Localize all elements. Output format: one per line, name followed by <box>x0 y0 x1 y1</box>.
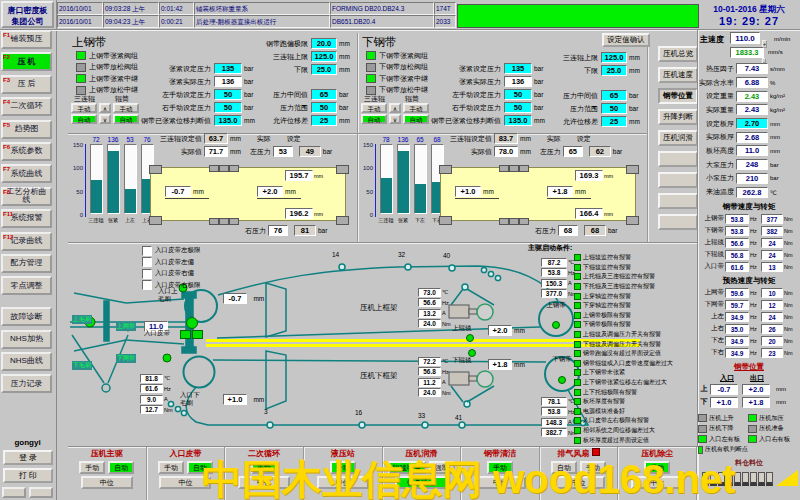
metric-row: 板坯高度 11.0 mm <box>698 144 800 158</box>
scroll-left-button[interactable] <box>2 487 26 498</box>
bar-value: 53 <box>126 135 133 144</box>
neutral-button[interactable]: 中位 <box>553 476 605 489</box>
mode-button[interactable]: 手动 <box>580 461 606 474</box>
sidebar-nav-button[interactable]: F8 工艺分析曲线 <box>1 187 52 206</box>
limit-value-field[interactable]: 65 <box>601 90 627 101</box>
neutral-button[interactable]: 中位 <box>238 476 290 489</box>
mode-button[interactable]: 手动 <box>79 461 105 474</box>
raise-arrow-button[interactable] <box>389 103 401 113</box>
lower-arrow-button[interactable] <box>389 114 401 124</box>
limit-checkbox[interactable] <box>142 269 152 279</box>
limit-checkbox[interactable] <box>142 257 152 267</box>
condition-label: 电源模块准备好 <box>583 407 625 416</box>
limit-value-field[interactable]: 125.0 <box>311 51 337 62</box>
sidebar-nav-button[interactable]: F1 铺装预压 <box>1 30 52 49</box>
limit-value-field[interactable]: 65 <box>311 89 337 100</box>
sidebar-nav-button[interactable]: F7 系统曲线 <box>1 164 52 183</box>
neutral-button[interactable]: 中位 <box>81 476 133 489</box>
limit-value-field[interactable]: 50 <box>311 102 337 113</box>
lower-arrow-button[interactable] <box>99 114 111 124</box>
motor-value: 24.0 <box>418 319 441 328</box>
confirm-setpoints-button[interactable]: 设定值确认 <box>602 33 650 47</box>
roller-setpoint-field[interactable]: 63.7 <box>204 133 228 144</box>
neutral-button[interactable]: 中位 <box>159 476 211 489</box>
manual-mode-button[interactable]: 手动 <box>361 103 387 113</box>
sidebar-nav-label: 系统报警 <box>11 214 43 223</box>
view-button[interactable]: 压机速度 <box>658 67 698 83</box>
left-pressure-set[interactable]: 49 <box>299 146 321 157</box>
condition-label: 上钢带极限有报警 <box>583 311 631 320</box>
neutral-button[interactable]: 链条喷油 <box>395 476 447 489</box>
view-button[interactable]: 钢带位置 <box>658 88 698 104</box>
sidebar-nav-button[interactable]: NHS曲线 <box>1 352 52 371</box>
right-pressure-set[interactable]: 68 <box>584 225 606 236</box>
sidebar-nav-button[interactable]: F5 趋势图 <box>1 120 52 139</box>
mode-button[interactable]: 手动 <box>158 461 184 474</box>
main-speed-field[interactable]: 110.0 <box>730 32 760 44</box>
limit-value-field[interactable]: 50 <box>601 103 627 114</box>
mode-button[interactable]: 强制 <box>429 461 455 474</box>
limit-label: 下限 <box>584 66 598 76</box>
inlet-position: +1.0 <box>710 397 738 408</box>
condition-row: 上下托辊极限有报警 <box>574 387 673 397</box>
motor-value: 13.2 <box>418 309 441 318</box>
limit-checkbox[interactable] <box>142 246 152 256</box>
sidebar-nav-button[interactable]: F6 系统参数 <box>1 142 52 161</box>
mode-button[interactable]: 自动 <box>187 461 213 474</box>
frequency-value: 53.8 <box>725 226 749 236</box>
sidebar-nav-button[interactable]: F11 系统报警 <box>1 209 52 228</box>
manual-mode-button[interactable]: 手动 <box>71 103 97 113</box>
neutral-button[interactable]: 中位 <box>474 476 526 489</box>
mode-button[interactable]: 手动 <box>330 461 356 474</box>
limit-value-field[interactable]: 25.0 <box>311 64 337 75</box>
field-label: 张紧设定压力 <box>169 64 211 74</box>
press-status-label: 压机上升 <box>709 414 734 423</box>
neutral-button[interactable]: 中位 <box>631 476 683 489</box>
mode-button[interactable]: 自动 <box>551 461 577 474</box>
mode-button[interactable]: 手动 <box>644 461 670 474</box>
sidebar-nav-button[interactable]: F3 压 后 <box>1 75 52 94</box>
roller-setpoint-field[interactable]: 83.7 <box>494 133 518 144</box>
right-pressure-set[interactable]: 81 <box>294 225 316 236</box>
fkey-label: F4 <box>3 98 10 107</box>
view-button[interactable]: 压机润滑 <box>658 130 698 146</box>
limit-value-field[interactable]: 25 <box>311 115 337 126</box>
sidebar-nav-button[interactable]: 零点调整 <box>1 276 52 295</box>
sidebar-nav-button[interactable]: F2 压 机 <box>1 52 52 71</box>
neutral-button[interactable]: 中位 <box>317 476 369 489</box>
sidebar-nav-button[interactable]: 压力记录 <box>1 374 52 393</box>
mode-button[interactable]: 自动 <box>108 461 134 474</box>
view-button[interactable]: 升降判断 <box>658 109 698 125</box>
login-button[interactable]: 登 录 <box>3 450 53 465</box>
auto-mode-button[interactable]: 自动 <box>71 114 97 124</box>
sidebar-nav-button[interactable]: F12 记录曲线 <box>1 232 52 251</box>
manual-mode-button[interactable]: 手动 <box>403 103 429 113</box>
limit-value-field[interactable]: 25 <box>601 116 627 127</box>
sidebar-nav-button[interactable]: NHS加热 <box>1 330 52 349</box>
metric-unit: bar <box>770 162 779 168</box>
mode-button[interactable]: 辊毯喷油 <box>388 461 426 474</box>
lower-mesh-chip: 下网带 <box>116 354 136 363</box>
limit-value-field[interactable]: 25.0 <box>601 65 627 76</box>
print-button[interactable]: 打 印 <box>3 468 53 483</box>
raise-arrow-button[interactable] <box>99 103 111 113</box>
frequency-value: 35.0 <box>725 324 749 334</box>
left-pressure-set[interactable]: 62 <box>589 146 611 157</box>
limit-value-field[interactable]: 125.0 <box>601 52 627 63</box>
limit-checkbox[interactable] <box>142 280 152 290</box>
sidebar-nav-button[interactable]: F4 二次循环 <box>1 97 52 116</box>
condition-label: 上辊毯监控有报警 <box>583 253 631 262</box>
mode-button[interactable]: 手动 <box>251 461 277 474</box>
limit-value-field[interactable]: 20.0 <box>311 38 337 49</box>
auto-mode-button[interactable]: 自动 <box>403 114 429 124</box>
auto-mode-button[interactable]: 自动 <box>361 114 387 124</box>
manual-mode-button[interactable]: 手动 <box>113 103 139 113</box>
scroll-right-button[interactable] <box>29 487 53 498</box>
speed-torque-row: 下钢带 53.8 Hz 382 Nm <box>698 225 800 237</box>
field-label: 右手动设定压力 <box>162 103 211 113</box>
sidebar-nav-button[interactable]: 故障诊断 <box>1 307 52 326</box>
press-overview-button[interactable]: 压机总览 <box>658 46 698 62</box>
sidebar-nav-button[interactable]: 配方管理 <box>1 254 52 273</box>
auto-mode-button[interactable]: 自动 <box>113 114 139 124</box>
mode-button[interactable]: 手动 <box>487 461 513 474</box>
